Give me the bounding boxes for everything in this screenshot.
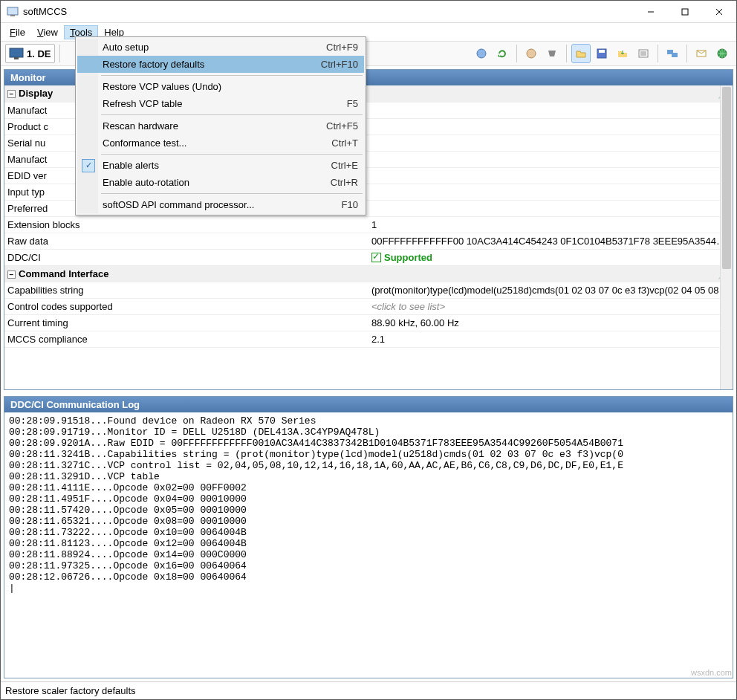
menu-item-rescan-hardware[interactable]: Rescan hardwareCtrl+F5 — [77, 117, 364, 135]
scrollbar-vertical[interactable] — [720, 85, 733, 389]
menu-item-auto-setup[interactable]: Auto setupCtrl+F9 — [77, 39, 364, 56]
menu-separator — [101, 193, 363, 194]
collapse-icon[interactable]: − — [7, 270, 16, 279]
toolbar-separator — [566, 45, 567, 62]
menu-item-restore-vcp-values-undo[interactable]: Restore VCP values (Undo) — [77, 78, 364, 95]
toolbar-separator — [686, 45, 687, 62]
property-row[interactable]: MCCS compliance2.1 — [4, 331, 733, 347]
menu-item-shortcut: Ctrl+F5 — [326, 120, 358, 132]
svg-rect-1 — [10, 15, 15, 16]
menu-item-softosd-api-command-processor[interactable]: softOSD API command processor...F10 — [77, 196, 364, 213]
menu-item-restore-factory-defaults[interactable]: Restore factory defaultsCtrl+F10 — [77, 56, 364, 73]
svg-rect-7 — [14, 57, 19, 59]
menu-separator — [101, 154, 363, 155]
menu-item-conformance-test[interactable]: Conformance test...Ctrl+T — [77, 135, 364, 152]
svg-rect-11 — [599, 50, 605, 53]
property-row[interactable]: Current timing88.90 kHz, 60.00 Hz — [4, 314, 733, 331]
property-key: Control codes supported — [4, 298, 368, 314]
check-icon: ✓ — [82, 159, 95, 172]
import-button[interactable] — [613, 44, 632, 63]
property-key: Extension blocks — [4, 216, 368, 233]
open-button[interactable] — [571, 44, 591, 63]
close-button[interactable] — [702, 1, 736, 23]
property-row[interactable]: DDC/CISupported — [4, 249, 733, 265]
property-value[interactable]: 88.90 kHz, 60.00 Hz — [368, 314, 733, 331]
property-value[interactable] — [368, 167, 733, 184]
toolbar-separator — [59, 45, 60, 62]
menu-item-label: Restore factory defaults — [103, 59, 204, 70]
minimize-button[interactable] — [634, 1, 668, 23]
list-button[interactable] — [634, 44, 653, 63]
property-key: DDC/CI — [4, 249, 368, 265]
monitor-icon — [9, 46, 24, 61]
property-value[interactable]: 1 — [368, 216, 733, 233]
property-value[interactable] — [368, 102, 733, 118]
menu-item-enable-auto-rotation[interactable]: Enable auto-rotationCtrl+R — [77, 174, 364, 191]
property-row[interactable]: Extension blocks1 — [4, 216, 733, 233]
refresh-button[interactable] — [493, 44, 512, 63]
property-value[interactable] — [368, 151, 733, 167]
log-text[interactable]: 00:28:09.91518...Found device on Radeon … — [4, 412, 733, 678]
property-row[interactable]: Capabilities string(prot(monitor)type(lc… — [4, 282, 733, 298]
menu-item-label: Conformance test... — [103, 137, 186, 149]
menu-item-refresh-vcp-table[interactable]: Refresh VCP tableF5 — [77, 95, 364, 112]
monitor-selector-label: 1. DE — [27, 48, 51, 59]
menu-item-label: Restore VCP values (Undo) — [103, 81, 221, 92]
displays-button[interactable] — [663, 44, 682, 63]
svg-point-8 — [477, 49, 486, 58]
collapse-icon[interactable]: − — [7, 90, 16, 98]
toolbar-button[interactable] — [522, 44, 541, 63]
menu-item-label: softOSD API command processor... — [103, 199, 254, 210]
property-row[interactable]: Control codes supported<click to see lis… — [4, 298, 733, 314]
svg-rect-17 — [672, 53, 678, 57]
menu-item-label: Enable alerts — [103, 160, 159, 171]
menu-item-label: Auto setup — [103, 42, 149, 53]
menu-item-label: Rescan hardware — [103, 120, 178, 132]
menu-separator — [101, 114, 363, 115]
tools-dropdown: Auto setupCtrl+F9Restore factory default… — [75, 36, 366, 215]
toolbar-separator — [658, 45, 658, 62]
property-value[interactable] — [368, 118, 733, 135]
property-value[interactable] — [368, 200, 733, 216]
checkbox-icon — [371, 253, 381, 262]
mail-button[interactable] — [692, 44, 711, 63]
log-pane-header: DDC/CI Communication Log — [4, 397, 733, 412]
property-key: Capabilities string — [4, 282, 368, 298]
menu-item-shortcut: Ctrl+F10 — [321, 59, 358, 70]
menu-item-shortcut: F5 — [347, 98, 358, 109]
property-row[interactable]: Raw data00FFFFFFFFFFFF00 10AC3A414C45424… — [4, 233, 733, 249]
menu-file[interactable]: File — [4, 25, 31, 39]
statusbar-text: Restore scaler factory defaults — [5, 685, 136, 696]
menu-separator — [101, 75, 363, 76]
menu-item-label: Enable auto-rotation — [103, 177, 189, 188]
titlebar: softMCCS — [1, 1, 736, 23]
menu-item-enable-alerts[interactable]: ✓Enable alertsCtrl+E — [77, 157, 364, 174]
watermark: wsxdn.com — [691, 668, 732, 677]
svg-rect-6 — [10, 48, 23, 57]
property-key: Raw data — [4, 233, 368, 249]
app-window: softMCCS FileViewToolsHelp 1. DE — [0, 0, 737, 700]
menu-item-shortcut: F10 — [342, 199, 358, 210]
property-group-header[interactable]: −Command Interface📌 — [4, 265, 733, 282]
window-title: softMCCS — [23, 6, 634, 17]
property-key: Current timing — [4, 314, 368, 331]
property-value[interactable]: <click to see list> — [368, 298, 733, 314]
property-value[interactable]: (prot(monitor)type(lcd)model(u2518d)cmds… — [368, 282, 733, 298]
toolbar-button[interactable] — [472, 44, 491, 63]
property-value[interactable]: 00FFFFFFFFFFFF00 10AC3A414C454243 0F1C01… — [368, 233, 733, 249]
property-key: MCCS compliance — [4, 331, 368, 347]
property-value[interactable] — [368, 135, 733, 151]
maximize-button[interactable] — [668, 1, 702, 23]
globe-button[interactable] — [712, 44, 732, 63]
property-value[interactable]: 2.1 — [368, 331, 733, 347]
save-button[interactable] — [592, 44, 611, 63]
statusbar: Restore scaler factory defaults — [1, 681, 736, 699]
property-value[interactable] — [368, 184, 733, 200]
monitor-selector[interactable]: 1. DE — [5, 44, 55, 63]
svg-point-9 — [527, 49, 536, 58]
toolbar-button[interactable] — [542, 44, 562, 63]
property-value[interactable]: Supported — [368, 249, 733, 265]
menu-view[interactable]: View — [31, 25, 64, 39]
svg-rect-3 — [682, 9, 688, 15]
menu-item-shortcut: Ctrl+T — [331, 137, 358, 149]
